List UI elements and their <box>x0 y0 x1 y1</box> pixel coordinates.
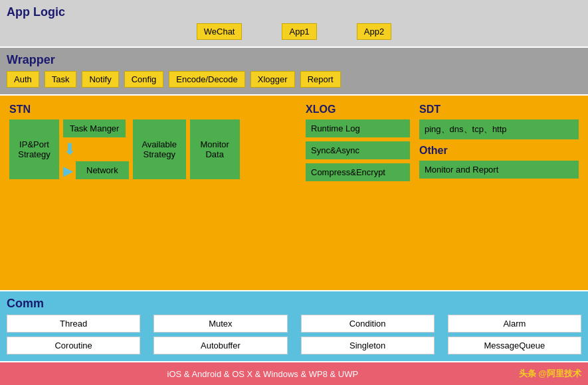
messagequeue-box: MessageQueue <box>448 337 581 354</box>
stn-block: STN IP&PortStrategy Task Manger ⬇ ▶ Netw… <box>7 101 299 283</box>
main-container: App Logic WeChat App1 App2 Wrapper Auth … <box>0 0 588 385</box>
stn-xlog-sdt-row: STN IP&PortStrategy Task Manger ⬇ ▶ Netw… <box>0 96 588 290</box>
sdt-ping-box: ping、dns、tcp、http <box>419 119 579 139</box>
task-network-col: Task Manger ⬇ ▶ Network <box>63 119 129 179</box>
mutex-box: Mutex <box>153 315 287 333</box>
available-strategy-box: AvailableStrategy <box>133 119 186 179</box>
xlog-items: Runtime Log Sync&Async Compress&Encrypt <box>306 119 410 181</box>
condition-box: Condition <box>301 315 435 333</box>
sdt-block: SDT ping、dns、tcp、http Other Monitor and … <box>417 101 581 283</box>
report-box: Report <box>300 71 341 88</box>
ip-port-box: IP&PortStrategy <box>9 119 59 179</box>
wrapper-section: Wrapper Auth Task Notify Config Encode/D… <box>0 48 588 94</box>
task-box: Task <box>45 71 77 88</box>
task-manger-box: Task Manger <box>63 119 126 137</box>
config-box: Config <box>124 71 164 88</box>
autobuffer-box: Autobuffer <box>153 337 287 354</box>
notify-box: Notify <box>82 71 118 88</box>
wechat-box: WeChat <box>197 23 243 40</box>
compress-encrypt-box: Compress&Encrypt <box>306 163 410 181</box>
wrapper-row: Auth Task Notify Config Encode/Decode Xl… <box>7 71 581 88</box>
footer-text: iOS & Android & OS X & Windows & WP8 & U… <box>7 369 519 379</box>
singleton-box: Singleton <box>301 337 435 354</box>
footer-brand: 头条 @阿里技术 <box>519 368 581 380</box>
network-row: ▶ Network <box>63 161 129 179</box>
footer: iOS & Android & OS X & Windows & WP8 & U… <box>0 362 588 385</box>
encode-decode-box: Encode/Decode <box>169 71 245 88</box>
monitor-data-box: MonitorData <box>190 119 240 179</box>
arrow-right-icon: ▶ <box>63 163 73 179</box>
stn-title: STN <box>9 104 296 116</box>
thread-box: Thread <box>7 315 140 333</box>
comm-section: Comm Thread Mutex Condition Alarm Corout… <box>0 291 588 361</box>
xlogger-box: Xlogger <box>250 71 295 88</box>
alarm-box: Alarm <box>448 315 581 333</box>
stn-inner: IP&PortStrategy Task Manger ⬇ ▶ Network … <box>9 119 296 179</box>
app1-box: App1 <box>282 23 316 40</box>
coroutine-box: Coroutine <box>7 337 140 354</box>
app-logic-section: App Logic WeChat App1 App2 <box>0 0 588 46</box>
app-logic-row: WeChat App1 App2 <box>7 23 581 40</box>
xlog-block: XLOG Runtime Log Sync&Async Compress&Enc… <box>303 101 413 283</box>
app2-box: App2 <box>357 23 391 40</box>
other-title: Other <box>419 145 579 157</box>
wrapper-title: Wrapper <box>7 53 581 67</box>
comm-grid: Thread Mutex Condition Alarm Coroutine A… <box>7 315 581 354</box>
network-box: Network <box>76 161 129 179</box>
auth-box: Auth <box>7 71 39 88</box>
comm-title: Comm <box>7 297 581 311</box>
app-logic-title: App Logic <box>7 5 581 19</box>
sdt-title: SDT <box>419 104 579 116</box>
other-monitor-report-box: Monitor and Report <box>419 161 579 179</box>
arrow-down-icon: ⬇ <box>63 141 76 157</box>
xlog-title: XLOG <box>306 104 410 116</box>
brand-highlight: 头条 @阿里技术 <box>519 368 581 378</box>
runtime-log-box: Runtime Log <box>306 119 410 137</box>
sync-async-box: Sync&Async <box>306 141 410 159</box>
